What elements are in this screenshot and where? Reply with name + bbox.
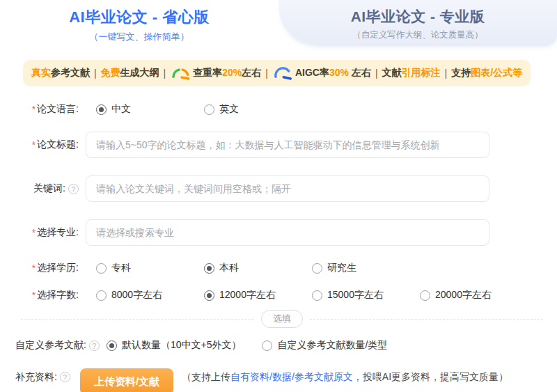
references-label: 自定义参考文献:? — [15, 339, 100, 352]
radio-option-english[interactable]: 英文 — [204, 103, 312, 116]
tab-title: AI毕业论文 - 省心版 — [0, 7, 278, 28]
form-row-references: 自定义参考文献:? 默认数量（10中文+5外文） 自定义参考文献数量/类型 — [7, 339, 557, 352]
major-select-input[interactable] — [86, 219, 489, 246]
radio-option-chinese[interactable]: 中文 — [96, 103, 204, 116]
references-radio-group: 默认数量（10中文+5外文） 自定义参考文献数量/类型 — [107, 339, 408, 352]
major-label: *选择专业: — [7, 226, 79, 239]
wordcount-label: *选择字数: — [7, 289, 79, 301]
help-icon[interactable]: ? — [60, 372, 70, 382]
feature-plagiarism-rate: 查重率20%左右 — [193, 67, 261, 79]
form-row-degree: *选择学历: 专科 本科 研究生 — [7, 262, 557, 274]
help-icon[interactable]: ? — [89, 340, 100, 351]
radio-option-associate[interactable]: 专科 — [96, 262, 204, 274]
degree-label: *选择学历: — [7, 262, 79, 274]
language-label: *论文语言: — [7, 103, 79, 116]
materials-note: （支持上传自有资料/数据/参考文献原文，投喂AI更多资料，提高写文质量） — [182, 370, 508, 384]
feature-aigc-rate: AIGC率30%左右 — [295, 67, 371, 79]
radio-icon — [312, 263, 322, 274]
radio-option-default-refs[interactable]: 默认数量（10中文+5外文） — [107, 339, 242, 352]
keywords-label: 关键词:? — [7, 182, 79, 195]
radio-icon — [96, 104, 107, 115]
radio-option-bachelor[interactable]: 本科 — [204, 262, 312, 274]
materials-label: 补充资料:? — [15, 370, 70, 384]
radio-option-8000[interactable]: 8000字左右 — [96, 289, 204, 301]
form-row-wordcount: *选择字数: 8000字左右 12000字左右 15000字左右 20000字左… — [7, 289, 557, 301]
tab-subtitle: （一键写文、操作简单） — [0, 31, 278, 43]
title-input[interactable] — [86, 132, 489, 158]
keywords-input[interactable] — [86, 175, 489, 202]
language-radio-group: 中文 英文 — [96, 103, 312, 116]
required-asterisk: * — [32, 290, 36, 301]
tab-title: AI毕业论文 - 专业版 — [278, 7, 557, 26]
form-row-language: *论文语言: 中文 英文 — [7, 103, 557, 116]
divider-pipe: | — [445, 68, 448, 79]
divider-pipe: | — [375, 68, 378, 79]
required-asterisk: * — [32, 227, 36, 238]
required-asterisk: * — [32, 262, 36, 274]
tab-worry-free-edition[interactable]: AI毕业论文 - 省心版 （一键写文、操作简单） — [0, 0, 278, 45]
radio-icon — [107, 340, 117, 351]
speedometer-blue-icon — [274, 66, 292, 81]
feature-citation-marks: 文献引用标注 — [382, 67, 441, 79]
divider-pipe: | — [164, 68, 166, 79]
upload-materials-button[interactable]: 上传资料/文献 — [80, 368, 173, 392]
form-row-materials: 补充资料:? 上传资料/文献 （支持上传自有资料/数据/参考文献原文，投喂AI更… — [7, 368, 557, 392]
thesis-form: *论文语言: 中文 英文 *论文标题: 关键词:? *选择专业: *选择学历: — [0, 103, 557, 392]
radio-option-postgraduate[interactable]: 研究生 — [312, 262, 420, 274]
optional-pill: 选填 — [261, 310, 303, 328]
form-row-major: *选择专业: — [7, 219, 557, 246]
form-row-keywords: 关键词:? — [7, 175, 557, 202]
radio-option-12000[interactable]: 12000字左右 — [204, 289, 312, 301]
divider-pipe: | — [265, 68, 268, 79]
feature-real-references: 真实参考文献 — [31, 67, 90, 79]
form-row-title: *论文标题: — [7, 132, 557, 158]
radio-option-custom-refs[interactable]: 自定义参考文献数量/类型 — [262, 339, 387, 352]
degree-radio-group: 专科 本科 研究生 — [96, 262, 420, 274]
radio-icon — [204, 104, 214, 115]
radio-icon — [204, 290, 214, 301]
radio-icon — [262, 340, 272, 351]
required-asterisk: * — [32, 104, 36, 115]
radio-icon — [312, 290, 322, 301]
speedometer-green-orange-icon — [171, 66, 190, 81]
tab-subtitle: （自定义写作大纲、论文质量高） — [278, 29, 557, 41]
feature-charts-formulas: 支持图表/公式等 — [451, 67, 522, 79]
radio-option-20000[interactable]: 20000字左右 — [420, 289, 528, 301]
materials-note-link: 自有资料/数据/参考文献原文 — [230, 371, 353, 382]
radio-icon — [96, 290, 107, 301]
radio-option-15000[interactable]: 15000字左右 — [312, 289, 420, 301]
help-icon[interactable]: ? — [68, 184, 79, 194]
header-tabs: AI毕业论文 - 省心版 （一键写文、操作简单） AI毕业论文 - 专业版 （自… — [0, 0, 557, 45]
divider-pipe: | — [94, 68, 97, 79]
title-label: *论文标题: — [7, 139, 79, 151]
radio-icon — [96, 263, 107, 274]
radio-icon — [420, 290, 430, 301]
optional-section-divider: 选填 — [21, 310, 543, 328]
feature-banner: 真实参考文献 | 免费生成大纲 | 查重率20%左右 | AIGC率30%左右 … — [23, 60, 531, 86]
wordcount-radio-group: 8000字左右 12000字左右 15000字左右 20000字左右 — [96, 289, 528, 301]
required-asterisk: * — [32, 139, 36, 150]
radio-icon — [204, 263, 214, 274]
feature-free-outline: 免费生成大纲 — [101, 67, 159, 79]
tab-professional-edition[interactable]: AI毕业论文 - 专业版 （自定义写作大纲、论文质量高） — [278, 0, 557, 45]
